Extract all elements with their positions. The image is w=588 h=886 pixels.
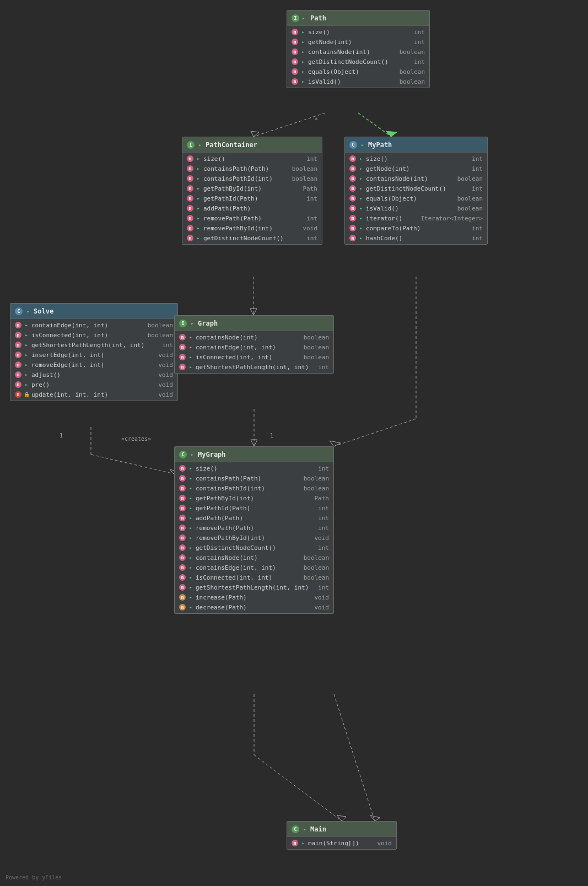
method-name: containsPath(Path) xyxy=(203,165,290,172)
vis-icon: ▸ xyxy=(358,186,364,191)
method-name: insertEdge(int, int) xyxy=(31,352,157,359)
mygraph-icon: C xyxy=(179,451,187,458)
method-name: hashCode() xyxy=(366,235,470,242)
method-name: getPathById(int) xyxy=(196,495,312,502)
method-return: boolean xyxy=(304,344,329,351)
vis-icon: ▸ xyxy=(188,354,193,360)
svg-marker-8 xyxy=(251,440,257,446)
pathcontainer-header: I ▸ PathContainer xyxy=(182,137,322,153)
path-header: I ▸ Path xyxy=(287,10,429,26)
method-return: boolean xyxy=(304,475,329,482)
method-icon: m xyxy=(349,215,356,222)
vis-icon: ▸ xyxy=(358,156,364,161)
svg-marker-20 xyxy=(337,815,346,821)
vis-icon: ▸ xyxy=(358,206,364,211)
method-return: Iterator<Integer> xyxy=(420,215,483,222)
pathcontainer-body: m ▸ size() int m ▸ containsPath(Path) bo… xyxy=(182,153,322,244)
method-return: void xyxy=(159,371,174,379)
pathcontainer-box: I ▸ PathContainer m ▸ size() int m ▸ con… xyxy=(182,137,322,245)
method-name: removeEdge(int, int) xyxy=(31,361,157,369)
method-name: iterator() xyxy=(366,215,418,222)
method-icon: m xyxy=(179,564,186,571)
vis-icon: ▸ xyxy=(300,840,306,846)
method-return: Path xyxy=(303,185,318,192)
method-return: boolean xyxy=(292,175,317,182)
solve-body: m ▸ containEdge(int, int) boolean m ▸ is… xyxy=(10,319,177,401)
method-name: containsPathId(int) xyxy=(196,485,301,492)
table-row: m ▸ removePathById(int) void xyxy=(175,533,333,543)
table-row: m ▸ equals(Object) boolean xyxy=(287,67,429,77)
method-icon: m xyxy=(292,68,298,75)
method-icon: m xyxy=(187,155,193,162)
table-row: m ▸ decrease(Path) void xyxy=(175,602,333,612)
table-row: m ▸ getShortestPathLength(int, int) int xyxy=(10,340,177,350)
method-name: getNode(int) xyxy=(366,165,470,172)
vis-icon: ▸ xyxy=(188,364,193,370)
vis-icon: ▸ xyxy=(300,59,306,64)
method-icon: m xyxy=(15,371,21,378)
vis-icon: ▸ xyxy=(188,565,193,570)
solve-box: C ▸ Solve m ▸ containEdge(int, int) bool… xyxy=(10,303,178,401)
method-return: boolean xyxy=(400,78,425,85)
method-name: getNode(int) xyxy=(308,39,412,46)
svg-line-19 xyxy=(254,755,342,821)
solve-icon: C xyxy=(15,307,23,315)
vis-icon: ▸ xyxy=(188,344,193,350)
method-name: getDistinctNodeCount() xyxy=(308,58,412,66)
graph-box: I ▸ Graph m ▸ containsNode(int) boolean … xyxy=(174,315,334,374)
table-row: m ▸ addPath(Path) int xyxy=(175,513,333,523)
method-icon: m xyxy=(179,485,186,491)
method-name: equals(Object) xyxy=(308,68,397,75)
table-row: m ▸ removePathById(int) void xyxy=(182,223,322,233)
method-icon: m xyxy=(292,78,298,85)
table-row: m ▸ containsPathId(int) boolean xyxy=(182,174,322,183)
method-icon: m xyxy=(15,391,21,398)
method-name: containsEdge(int, int) xyxy=(196,564,301,571)
vis-icon: ▸ xyxy=(358,225,364,231)
table-row: m ▸ getDistinctNodeCount() int xyxy=(182,233,322,243)
table-row: m ▸ removeEdge(int, int) void xyxy=(10,360,177,370)
method-name: containsPath(Path) xyxy=(196,475,301,482)
method-return: boolean xyxy=(304,354,329,361)
svg-marker-3 xyxy=(386,131,397,137)
vis-icon: ▸ xyxy=(24,352,29,358)
table-row: m ▸ containsNode(int) boolean xyxy=(345,174,487,183)
svg-line-10 xyxy=(334,419,416,446)
vis-icon: ▸ xyxy=(190,321,195,326)
vis-icon: ▸ xyxy=(188,334,193,340)
method-return: boolean xyxy=(457,205,483,212)
table-row: m ▸ compareTo(Path) int xyxy=(345,223,487,233)
vis-icon: 🔒 xyxy=(24,392,29,397)
method-icon: m xyxy=(179,495,186,501)
method-icon: m xyxy=(15,352,21,358)
method-name: getDistinctNodeCount() xyxy=(366,185,470,192)
svg-line-2 xyxy=(358,113,391,137)
vis-icon: ▸ xyxy=(190,452,195,457)
table-row: m ▸ getShortestPathLength(int, int) int xyxy=(175,362,333,372)
table-row: m ▸ getNode(int) int xyxy=(345,164,487,174)
method-name: getShortestPathLength(int, int) xyxy=(31,342,160,349)
method-icon: m xyxy=(179,515,186,521)
method-icon: m xyxy=(179,584,186,591)
mypath-box: C ▸ MyPath m ▸ size() int m ▸ getNode(in… xyxy=(344,137,488,245)
svg-marker-6 xyxy=(250,309,257,315)
method-name: removePathById(int) xyxy=(203,225,301,232)
main-title: Main xyxy=(310,825,326,833)
method-return: int xyxy=(472,165,483,172)
method-name: equals(Object) xyxy=(366,195,455,202)
table-row: m ▸ hashCode() int xyxy=(345,233,487,243)
vis-icon: ▸ xyxy=(302,826,308,832)
table-row: m ▸ containsPath(Path) boolean xyxy=(182,164,322,174)
table-row: m ▸ increase(Path) void xyxy=(175,592,333,602)
path-title: Path xyxy=(310,14,326,22)
method-icon: m xyxy=(179,574,186,581)
table-row: m ▸ isConnected(int, int) boolean xyxy=(175,352,333,362)
method-icon: m xyxy=(187,175,193,182)
method-return: int xyxy=(414,39,425,46)
main-icon: C xyxy=(292,825,299,833)
method-name: adjust() xyxy=(31,371,157,379)
table-row: m ▸ equals(Object) boolean xyxy=(345,193,487,203)
svg-text:*: * xyxy=(314,116,318,124)
path-body: m ▸ size() int m ▸ getNode(int) int m ▸ … xyxy=(287,26,429,88)
method-name: main(String[]) xyxy=(308,840,375,847)
